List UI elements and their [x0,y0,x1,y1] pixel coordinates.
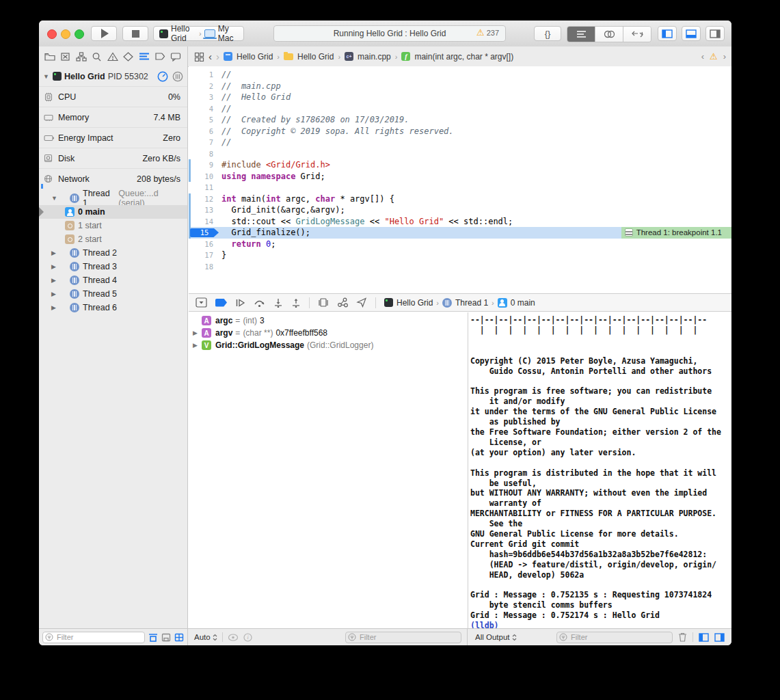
line-number[interactable]: 17 [189,250,221,261]
process-row[interactable]: ▼ Hello Grid PID 55302 [39,66,187,86]
breakpoint-badge[interactable]: 15 [190,228,219,238]
clear-console-button[interactable] [678,632,687,642]
version-editor-button[interactable] [623,27,651,42]
toggle-navigator-button[interactable] [658,26,677,41]
jumpbar-symbol[interactable]: main(int argc, char * argv[]) [414,52,513,62]
disclosure-triangle-icon[interactable]: ▶ [43,304,66,311]
run-button[interactable] [91,26,117,41]
memory-view-button[interactable] [172,71,183,82]
crumb-process[interactable]: Hello Grid [396,298,433,308]
library-button[interactable]: {} [534,26,561,41]
issue-warning-icon[interactable]: ⚠ [710,52,718,61]
breakpoints-toggle-button[interactable] [215,299,227,307]
disclosure-triangle-icon[interactable]: ▶ [43,291,66,297]
thread-row[interactable]: ▶Thread 6 [39,301,187,314]
previous-issue-button[interactable]: ‹ [701,51,704,62]
gauge-row-network[interactable]: Network208 bytes/s [39,168,187,189]
go-forward-button[interactable]: › [216,51,219,62]
warning-badge[interactable]: ⚠ 237 [476,28,499,37]
stack-frame-row[interactable]: 2 start [39,232,187,246]
gauge-view-button[interactable] [157,71,168,82]
hide-debug-area-button[interactable] [196,297,207,308]
show-console-view-button[interactable] [714,633,725,642]
crumb-frame[interactable]: 0 main [511,298,535,308]
line-number[interactable]: 14 [189,216,221,228]
thread-row[interactable]: ▶Thread 4 [39,273,187,287]
step-out-button[interactable] [291,298,301,308]
thread-row[interactable]: ▶Thread 3 [39,260,187,273]
toggle-debug-area-button[interactable] [682,26,701,41]
show-only-crashed-button[interactable] [148,633,158,642]
issue-navigator-tab[interactable] [106,51,119,63]
line-number[interactable]: 13 [189,204,221,216]
console-output[interactable]: --|--|--|--|--|--|--|--|--|--|--|--|--|-… [468,312,731,629]
thread-row[interactable]: ▼Thread 1 Queue:...d (serial) [39,191,187,205]
gauge-row-disk[interactable]: DiskZero KB/s [39,148,187,168]
minimize-window-button[interactable] [61,29,70,39]
next-issue-button[interactable]: › [723,51,726,62]
console-filter-input[interactable] [556,632,673,643]
test-navigator-tab[interactable] [122,51,135,63]
stop-button[interactable] [122,26,148,41]
step-over-button[interactable] [254,298,265,308]
search-navigator-tab[interactable] [90,51,103,63]
gauge-row-memory[interactable]: Memory7.4 MB [39,107,187,127]
variable-row[interactable]: ▶VGrid::GridLogMessage(Grid::GridLogger) [189,339,468,351]
show-stack-frames-button[interactable] [174,633,184,642]
project-navigator-tab[interactable] [43,51,56,63]
disclosure-triangle-icon[interactable]: ▶ [193,342,202,349]
gauge-row-energy-impact[interactable]: Energy ImpactZero [39,127,187,148]
disclosure-triangle-icon[interactable]: ▶ [43,277,66,284]
standard-editor-button[interactable] [567,27,595,42]
print-description-button[interactable]: i [243,633,252,642]
stack-frame-row[interactable]: 0 main [39,205,187,219]
disclosure-triangle-icon[interactable]: ▶ [43,263,66,270]
related-items-icon[interactable] [194,52,204,62]
jumpbar-folder[interactable]: Hello Grid [297,52,334,62]
assistant-editor-button[interactable] [595,27,623,42]
line-number[interactable]: 16 [189,239,221,250]
line-number[interactable]: 12 [189,193,221,205]
variable-scope-selector[interactable]: Auto [194,633,217,641]
line-number[interactable]: 9 [189,159,221,171]
line-number[interactable]: 1 [189,69,221,81]
close-window-button[interactable] [47,29,57,39]
variables-view[interactable]: Aargc=(int)3▶Aargv=(char **)0x7ffeefbff5… [189,312,468,629]
show-running-blocks-button[interactable] [161,633,171,642]
debug-memory-graph-button[interactable] [337,297,348,308]
disclosure-triangle-icon[interactable]: ▼ [43,195,66,202]
toggle-inspector-button[interactable] [705,26,725,41]
line-number[interactable]: 6 [189,126,221,137]
line-number[interactable]: 2 [189,81,221,92]
crumb-thread[interactable]: Thread 1 [455,298,488,308]
console-output-selector[interactable]: All Output [475,633,517,641]
scheme-selector[interactable]: Hello Grid › My Mac [153,26,244,41]
symbol-navigator-tab[interactable] [75,51,88,63]
zoom-window-button[interactable] [75,29,84,39]
show-variables-view-button[interactable] [699,633,709,642]
line-number[interactable]: 18 [189,261,221,273]
stack-frame-row[interactable]: 1 start [39,219,187,232]
quick-look-button[interactable] [228,634,239,641]
line-number[interactable]: 8 [189,148,221,160]
disclosure-triangle-icon[interactable]: ▶ [43,250,66,256]
go-back-button[interactable]: ‹ [209,51,212,62]
variable-row[interactable]: Aargc=(int)3 [189,314,468,327]
breakpoint-navigator-tab[interactable] [153,51,166,63]
report-navigator-tab[interactable] [169,51,182,63]
variable-row[interactable]: ▶Aargv=(char **)0x7ffeefbff568 [189,327,468,339]
step-into-button[interactable] [273,298,283,308]
gauge-row-cpu[interactable]: CPU0% [39,86,187,107]
line-number[interactable]: 7 [189,137,221,148]
line-number[interactable]: 11 [189,182,221,193]
variables-filter-input[interactable] [345,632,461,643]
line-number[interactable]: 10 [189,171,221,183]
continue-button[interactable] [235,298,245,308]
simulate-location-button[interactable] [356,297,367,308]
jumpbar-project[interactable]: Hello Grid [237,52,273,62]
line-number[interactable]: 4 [189,103,221,115]
thread-row[interactable]: ▶Thread 2 [39,246,187,260]
thread-row[interactable]: ▶Thread 5 [39,287,187,301]
debug-navigator-tab[interactable] [137,51,150,63]
breakpoint-annotation[interactable]: Thread 1: breakpoint 1.1 [621,227,731,239]
